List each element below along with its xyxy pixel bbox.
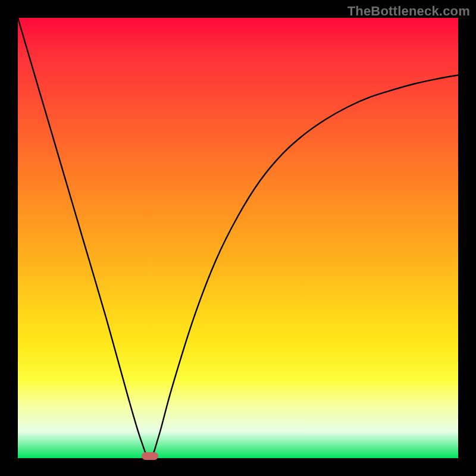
bottleneck-curve xyxy=(18,18,458,458)
watermark-text: TheBottleneck.com xyxy=(347,4,470,19)
optimal-point-marker xyxy=(142,452,158,460)
chart-frame: TheBottleneck.com xyxy=(0,0,476,476)
plot-area xyxy=(18,18,458,458)
